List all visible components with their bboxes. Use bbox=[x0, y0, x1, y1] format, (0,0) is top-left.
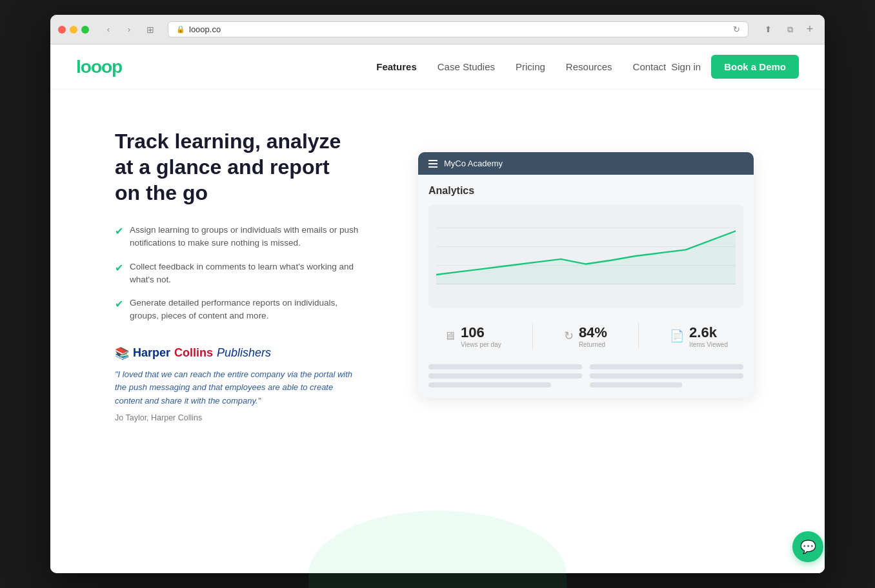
minimize-button[interactable] bbox=[70, 26, 77, 34]
left-content: Track learning, analyze at a glance and … bbox=[115, 128, 360, 422]
stat-views: 🖥 106 Views per day bbox=[444, 323, 501, 349]
harper-collins-logo: 📚 HarperCollinsPublishers bbox=[115, 346, 360, 360]
stat-items-info: 2.6k Items Viewed bbox=[689, 324, 728, 348]
stat-items-number: 2.6k bbox=[689, 324, 728, 341]
feature-item-2: ✔ Collect feedback in comments to learn … bbox=[115, 260, 360, 287]
check-icon-1: ✔ bbox=[115, 225, 123, 237]
analytics-title: Analytics bbox=[428, 185, 743, 197]
nav-signin[interactable]: Sign in bbox=[671, 61, 701, 72]
lock-icon: 🔒 bbox=[176, 25, 185, 34]
chat-icon: 💬 bbox=[800, 539, 816, 554]
check-icon-2: ✔ bbox=[115, 262, 123, 274]
menu-icon bbox=[428, 160, 438, 168]
stats-row: 🖥 106 Views per day ↻ 84% bbox=[428, 318, 743, 354]
close-button[interactable] bbox=[58, 26, 66, 34]
stat-divider-2 bbox=[638, 323, 639, 349]
bar-right-3 bbox=[590, 382, 682, 387]
stat-returned-number: 84% bbox=[579, 324, 607, 341]
loading-bars bbox=[428, 364, 743, 387]
reload-icon[interactable]: ↻ bbox=[733, 24, 740, 34]
nav-resources[interactable]: Resources bbox=[566, 61, 612, 72]
sidebar-toggle[interactable]: ⊞ bbox=[143, 23, 157, 37]
dashboard-header: MyCo Academy bbox=[418, 152, 754, 175]
stat-returned-label: Returned bbox=[579, 341, 607, 348]
traffic-lights bbox=[58, 26, 89, 34]
maximize-button[interactable] bbox=[81, 26, 89, 34]
stat-divider-1 bbox=[532, 323, 533, 349]
svg-marker-4 bbox=[436, 231, 736, 284]
quote-text: "I loved that we can reach the entire co… bbox=[115, 368, 360, 408]
bar-left-2 bbox=[428, 373, 582, 378]
bar-right-2 bbox=[590, 373, 743, 378]
book-demo-button[interactable]: Book a Demo bbox=[711, 55, 799, 79]
nav-case-studies[interactable]: Case Studies bbox=[438, 61, 495, 72]
url-text: looop.co bbox=[189, 24, 221, 34]
refresh-icon: ↻ bbox=[564, 329, 574, 343]
logo[interactable]: looop bbox=[76, 57, 122, 77]
nav-features[interactable]: Features bbox=[376, 61, 417, 72]
forward-button[interactable]: › bbox=[120, 23, 138, 37]
feature-text-2: Collect feedback in comments to learn wh… bbox=[130, 260, 360, 287]
stat-returned-info: 84% Returned bbox=[579, 324, 607, 348]
feature-item-3: ✔ Generate detailed performance reports … bbox=[115, 297, 360, 323]
stat-views-label: Views per day bbox=[461, 341, 501, 348]
bar-left-1 bbox=[428, 364, 582, 369]
analytics-chart bbox=[436, 212, 736, 300]
chat-button[interactable]: 💬 bbox=[792, 531, 823, 562]
website-content: looop Features Case Studies Pricing Reso… bbox=[50, 44, 825, 573]
chart-area bbox=[428, 204, 743, 308]
back-button[interactable]: ‹ bbox=[99, 23, 117, 37]
bar-left-3 bbox=[428, 382, 551, 387]
feature-text-1: Assign learning to groups or individuals… bbox=[130, 224, 360, 250]
address-bar[interactable]: 🔒 looop.co ↻ bbox=[168, 21, 749, 37]
check-icon-3: ✔ bbox=[115, 298, 123, 310]
nav-contact[interactable]: Contact bbox=[633, 61, 667, 72]
tab-manager-button[interactable]: ⧉ bbox=[781, 23, 799, 37]
main-nav: looop Features Case Studies Pricing Reso… bbox=[50, 44, 825, 90]
feature-list: ✔ Assign learning to groups or individua… bbox=[115, 224, 360, 323]
stat-returned: ↻ 84% Returned bbox=[564, 323, 607, 349]
headline: Track learning, analyze at a glance and … bbox=[115, 128, 360, 206]
main-content: Track learning, analyze at a glance and … bbox=[50, 90, 825, 461]
new-tab-button[interactable]: + bbox=[803, 23, 817, 37]
feature-item-1: ✔ Assign learning to groups or individua… bbox=[115, 224, 360, 250]
monitor-icon: 🖥 bbox=[444, 329, 456, 343]
nav-pricing[interactable]: Pricing bbox=[516, 61, 545, 72]
stat-views-number: 106 bbox=[461, 324, 501, 341]
right-content: MyCo Academy Analytics bbox=[399, 152, 773, 398]
browser-chrome: ‹ › ⊞ 🔒 looop.co ↻ ⬆ ⧉ + bbox=[50, 15, 825, 44]
document-icon: 📄 bbox=[670, 329, 684, 343]
stat-items: 📄 2.6k Items Viewed bbox=[670, 323, 728, 349]
bar-right-1 bbox=[590, 364, 743, 369]
quote-author: Jo Taylor, Harper Collins bbox=[115, 413, 360, 422]
dashboard-body: Analytics bbox=[418, 175, 754, 398]
bar-group-right bbox=[590, 364, 743, 387]
stat-views-info: 106 Views per day bbox=[461, 324, 501, 348]
bg-circle bbox=[308, 511, 567, 573]
nav-buttons: ‹ › bbox=[99, 23, 138, 37]
dashboard-title: MyCo Academy bbox=[444, 159, 503, 168]
bar-group-left bbox=[428, 364, 582, 387]
browser-window: ‹ › ⊞ 🔒 looop.co ↻ ⬆ ⧉ + looop Features … bbox=[50, 15, 825, 573]
dashboard-mockup: MyCo Academy Analytics bbox=[418, 152, 754, 398]
stat-items-label: Items Viewed bbox=[689, 341, 728, 348]
share-button[interactable]: ⬆ bbox=[759, 23, 777, 37]
nav-links: Features Case Studies Pricing Resources … bbox=[376, 61, 666, 73]
testimonial: 📚 HarperCollinsPublishers "I loved that … bbox=[115, 346, 360, 422]
feature-text-3: Generate detailed performance reports on… bbox=[130, 297, 360, 323]
browser-actions: ⬆ ⧉ + bbox=[759, 23, 817, 37]
